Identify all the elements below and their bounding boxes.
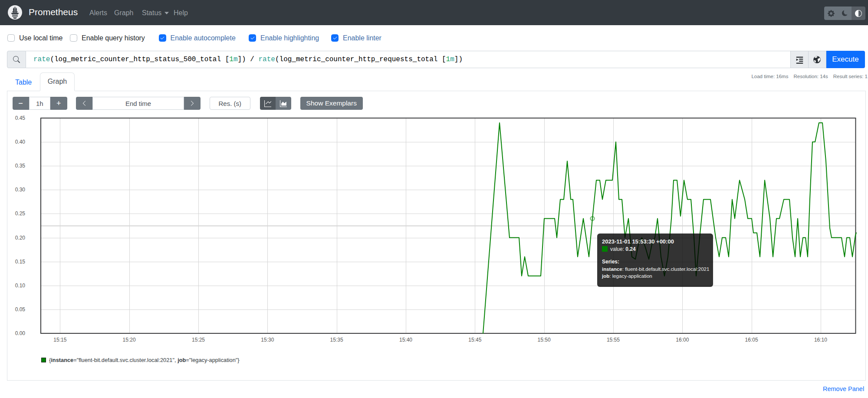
svg-text:0.25: 0.25: [15, 211, 26, 217]
svg-text:15:20: 15:20: [123, 337, 136, 343]
svg-text:15:15: 15:15: [53, 337, 66, 343]
svg-text:16:00: 16:00: [676, 337, 689, 343]
svg-text:15:50: 15:50: [538, 337, 551, 343]
svg-text:15:55: 15:55: [607, 337, 620, 343]
svg-text:0.10: 0.10: [15, 283, 26, 289]
svg-text:15:30: 15:30: [261, 337, 274, 343]
svg-text:0.35: 0.35: [15, 163, 26, 169]
svg-text:0.15: 0.15: [15, 259, 26, 265]
svg-text:0.20: 0.20: [15, 235, 26, 241]
svg-text:15:45: 15:45: [468, 337, 481, 343]
svg-text:16:10: 16:10: [814, 337, 827, 343]
svg-text:0.00: 0.00: [15, 330, 26, 336]
svg-text:0.30: 0.30: [15, 187, 26, 193]
svg-text:0.45: 0.45: [15, 115, 26, 121]
svg-text:15:25: 15:25: [192, 337, 205, 343]
svg-text:15:40: 15:40: [399, 337, 412, 343]
svg-text:16:05: 16:05: [745, 337, 758, 343]
svg-text:0.40: 0.40: [15, 139, 26, 145]
svg-text:0.05: 0.05: [15, 306, 26, 312]
svg-text:15:35: 15:35: [330, 337, 343, 343]
